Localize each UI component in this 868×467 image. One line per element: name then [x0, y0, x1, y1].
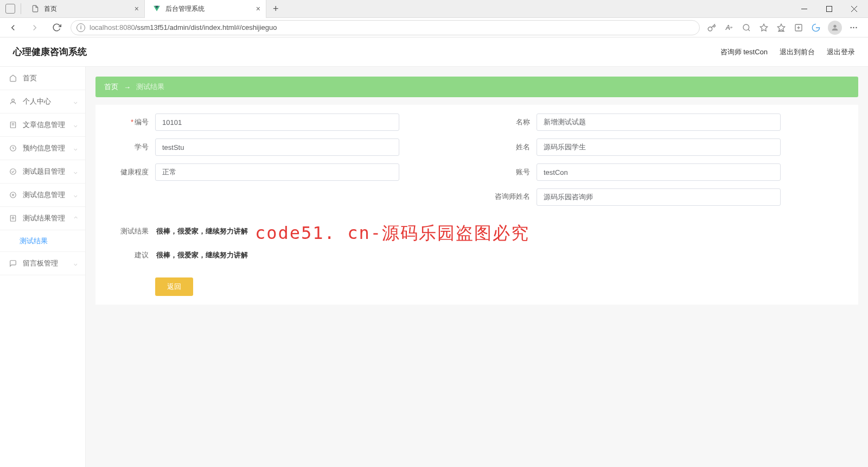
tab-title: 首页: [44, 4, 137, 14]
sidebar-item-profile[interactable]: 个人中心 ⌵: [0, 90, 85, 113]
app-title: 心理健康咨询系统: [13, 46, 87, 58]
sidebar: 首页 个人中心 ⌵ 文章信息管理 ⌵ 预约信息管理 ⌵ 测试题目管理 ⌵ 测试信…: [0, 67, 86, 467]
stuno-input[interactable]: [155, 138, 399, 156]
user-icon: [9, 98, 17, 105]
name-input[interactable]: [537, 113, 781, 131]
forward-button[interactable]: [27, 20, 42, 35]
sidebar-item-label: 个人中心: [23, 97, 51, 106]
vue-icon: [152, 4, 161, 13]
profile-avatar[interactable]: [828, 21, 842, 35]
chevron-down-icon: ⌵: [74, 122, 78, 129]
sidebar-item-label: 首页: [23, 73, 37, 83]
field-result: 测试结果 很棒，很爱家，继续努力讲解: [106, 226, 847, 236]
breadcrumb-home[interactable]: 首页: [104, 82, 118, 92]
chevron-up-icon: ⌵: [74, 215, 78, 222]
tab-overview-icon[interactable]: [5, 4, 15, 14]
field-consultant: 咨询师姓名: [488, 188, 847, 206]
header-logout[interactable]: 退出登录: [827, 47, 855, 57]
stuname-input[interactable]: [537, 138, 781, 156]
field-advice: 建议 很棒，很爱家，继续努力讲解: [106, 250, 847, 260]
maximize-button[interactable]: [817, 1, 841, 17]
chevron-down-icon: ⌵: [74, 192, 78, 199]
field-stuname: 姓名: [488, 138, 847, 156]
chevron-down-icon: ⌵: [74, 168, 78, 175]
result-icon: [9, 214, 17, 222]
sidebar-subitem-testresult[interactable]: 测试结果: [0, 230, 85, 252]
field-id: *编号: [106, 113, 466, 131]
favorite-icon[interactable]: [758, 22, 769, 33]
svg-rect-22: [10, 216, 15, 222]
address-input[interactable]: i localhost:8080/ssm13f51/admin/dist/ind…: [71, 20, 700, 35]
collections-icon[interactable]: [793, 22, 804, 33]
svg-marker-7: [777, 24, 784, 31]
sidebar-subitem-label: 测试结果: [20, 236, 48, 246]
app-header: 心理健康咨询系统 咨询师 testCon 退出到前台 退出登录: [0, 37, 868, 67]
ie-mode-icon[interactable]: [810, 22, 821, 33]
browser-tab-0[interactable]: 首页 ×: [23, 0, 145, 18]
form-panel: *编号 名称 学号 姓名 健康程度: [95, 105, 858, 305]
breadcrumb-current: 测试结果: [136, 82, 164, 92]
sidebar-item-label: 预约信息管理: [23, 143, 65, 153]
svg-rect-1: [826, 6, 832, 11]
chevron-down-icon: ⌵: [74, 260, 78, 267]
arrow-icon: →: [124, 83, 131, 91]
svg-point-4: [743, 24, 749, 30]
site-info-icon[interactable]: i: [76, 23, 85, 32]
clock-icon: [9, 144, 17, 152]
sidebar-item-article[interactable]: 文章信息管理 ⌵: [0, 113, 85, 137]
menu-icon[interactable]: ···: [848, 22, 859, 33]
sidebar-item-label: 测试信息管理: [23, 190, 65, 200]
new-tab-button[interactable]: +: [266, 3, 285, 15]
consultant-input[interactable]: [537, 188, 781, 206]
zoom-icon[interactable]: [741, 22, 752, 33]
browser-address-bar: i localhost:8080/ssm13f51/admin/dist/ind…: [0, 18, 868, 37]
back-button[interactable]: 返回: [155, 277, 193, 296]
divider: [21, 3, 21, 14]
account-input[interactable]: [537, 163, 781, 181]
url-text: localhost:8080/ssm13f51/admin/dist/index…: [90, 23, 277, 31]
svg-point-23: [12, 217, 14, 219]
check-icon: [9, 168, 17, 175]
minimize-button[interactable]: [792, 1, 816, 17]
back-button[interactable]: [5, 20, 21, 35]
message-icon: [9, 260, 17, 267]
svg-point-13: [12, 99, 15, 102]
browser-tab-1[interactable]: 后台管理系统 ×: [145, 0, 266, 18]
sidebar-item-testresult[interactable]: 测试结果管理 ⌵: [0, 207, 85, 230]
text-size-icon[interactable]: A»: [724, 22, 735, 33]
field-name: 名称: [488, 113, 847, 131]
health-input[interactable]: [155, 163, 399, 181]
home-icon: [9, 74, 17, 82]
page-icon: [31, 4, 40, 13]
sidebar-item-home[interactable]: 首页: [0, 67, 85, 90]
id-input[interactable]: [155, 113, 399, 131]
chevron-down-icon: ⌵: [74, 145, 78, 152]
plus-circle-icon: [9, 191, 17, 199]
sidebar-item-label: 文章信息管理: [23, 120, 65, 130]
main-content: 首页 → 测试结果 *编号 名称 学号 姓名: [86, 67, 868, 467]
svg-line-5: [748, 29, 750, 31]
sidebar-item-label: 留言板管理: [23, 258, 58, 268]
tab-title: 后台管理系统: [165, 4, 258, 14]
sidebar-item-booking[interactable]: 预约信息管理 ⌵: [0, 137, 85, 160]
field-stuno: 学号: [106, 138, 466, 156]
header-logout-front[interactable]: 退出到前台: [780, 47, 815, 57]
refresh-button[interactable]: [49, 20, 64, 35]
sidebar-item-question[interactable]: 测试题目管理 ⌵: [0, 160, 85, 184]
favorites-bar-icon[interactable]: [776, 22, 787, 33]
sidebar-item-testinfo[interactable]: 测试信息管理 ⌵: [0, 184, 85, 207]
advice-text: 很棒，很爱家，继续努力讲解: [155, 250, 248, 260]
header-user[interactable]: 咨询师 testCon: [720, 47, 768, 57]
doc-icon: [9, 121, 17, 129]
sidebar-item-message[interactable]: 留言板管理 ⌵: [0, 252, 85, 275]
sidebar-item-label: 测试题目管理: [23, 167, 65, 176]
key-icon[interactable]: [706, 22, 717, 33]
close-icon[interactable]: ×: [135, 4, 139, 13]
breadcrumb: 首页 → 测试结果: [95, 77, 858, 97]
field-health: 健康程度: [106, 163, 466, 181]
close-icon[interactable]: ×: [256, 4, 260, 13]
close-window-button[interactable]: [842, 1, 866, 17]
sidebar-item-label: 测试结果管理: [23, 213, 65, 223]
chevron-down-icon: ⌵: [74, 98, 78, 105]
field-account: 账号: [488, 163, 847, 181]
